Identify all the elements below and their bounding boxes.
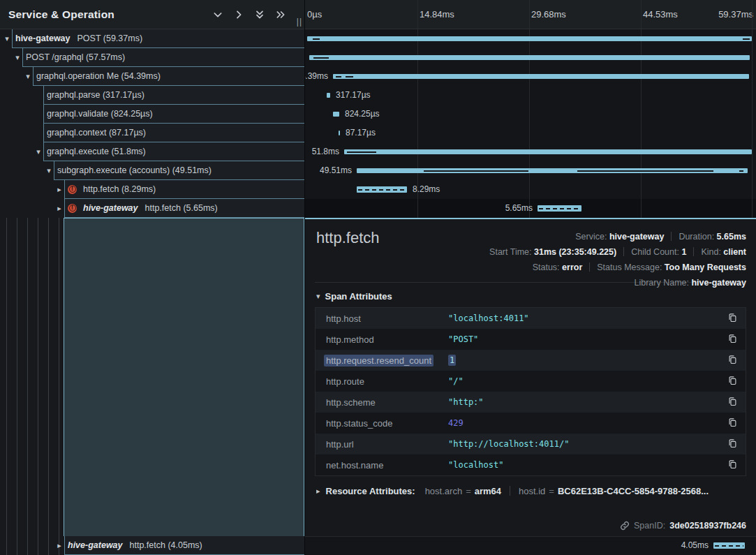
timeline-bottom-row: 4.05ms: [305, 536, 756, 555]
indent-guide: [6, 218, 7, 555]
span-duration-bar[interactable]: [333, 112, 339, 117]
chevron-down-icon[interactable]: ▾: [34, 147, 43, 156]
axis-tick-label: 29.68ms: [531, 9, 566, 20]
span-meta: Service: hive-gatewayDuration: 5.65msSta…: [489, 229, 746, 290]
selected-span-region[interactable]: [64, 218, 304, 536]
timeline-gridline: [417, 0, 418, 29]
equals-sign: =: [466, 486, 471, 496]
timeline-gridline: [529, 0, 530, 29]
span-duration-bar[interactable]: [307, 36, 752, 41]
timeline-row[interactable]: 51.8ms: [305, 142, 756, 161]
span-attributes-toggle[interactable]: ▾ Span Attributes: [316, 291, 756, 302]
service-name: hive-gateway: [15, 34, 71, 43]
child-span-mark: [313, 38, 320, 40]
timeline-row[interactable]: 4.05ms: [305, 536, 756, 555]
span-duration-bar[interactable]: [333, 74, 749, 79]
copy-icon[interactable]: [727, 438, 739, 450]
resource-attributes-row[interactable]: ▸ Resource Attributes: host.arch=arm64ho…: [316, 486, 745, 496]
attribute-row[interactable]: http.route"/": [316, 371, 746, 392]
attribute-value: "localhost": [448, 460, 727, 470]
span-duration-label: 49.51ms: [320, 165, 352, 175]
span-duration-bar[interactable]: [344, 149, 752, 154]
chevron-down-icon[interactable]: ▾: [24, 72, 32, 81]
tree-row[interactable]: ▾hive-gatewayPOST (59.37ms): [12, 29, 304, 48]
timeline-gridline: [641, 0, 642, 29]
attribute-value: "http://localhost:4011/": [448, 439, 727, 449]
collapse-one-icon[interactable]: [212, 9, 223, 20]
expand-one-icon[interactable]: [233, 9, 244, 20]
copy-icon[interactable]: [727, 397, 739, 408]
tree-row[interactable]: ▸hive-gatewayhttp.fetch (5.65ms): [64, 199, 304, 218]
expand-all-icon[interactable]: [275, 9, 286, 20]
chevron-down-icon[interactable]: ▾: [45, 166, 53, 175]
collapse-all-icon[interactable]: [254, 9, 265, 20]
span-duration-bar[interactable]: [538, 205, 581, 212]
meta-value: hive-gateway: [691, 278, 746, 288]
copy-icon[interactable]: [727, 313, 739, 324]
chevron-right-icon[interactable]: ▸: [55, 185, 64, 194]
timeline-row[interactable]: 54.39ms: [305, 67, 756, 86]
resource-key: host.id: [519, 486, 545, 496]
chevron-right-icon[interactable]: ▸: [55, 541, 64, 550]
meta-label: Child Count:: [631, 247, 681, 257]
tree-row[interactable]: graphql.validate (824.25µs): [43, 105, 304, 124]
copy-icon[interactable]: [727, 355, 739, 366]
child-span-mark: [577, 170, 713, 172]
span-duration-bar[interactable]: [357, 186, 407, 193]
timeline-gridline: [752, 199, 753, 218]
span-duration-bar[interactable]: [327, 93, 330, 98]
copy-icon[interactable]: [727, 376, 739, 387]
chevron-down-icon[interactable]: ▾: [13, 53, 22, 62]
span-duration-bar[interactable]: [309, 55, 750, 60]
copy-icon[interactable]: [727, 417, 739, 429]
timeline-row[interactable]: 317.17µs: [305, 86, 756, 105]
attribute-key: net.host.name: [324, 460, 448, 471]
attribute-row[interactable]: http.request.resend_count1: [316, 350, 746, 371]
tree-row[interactable]: ▸http.fetch (8.29ms): [64, 180, 304, 199]
tree-row[interactable]: graphql.parse (317.17µs): [43, 86, 304, 105]
tree-row[interactable]: ▸hive-gatewayhttp.fetch (4.05ms): [64, 536, 304, 555]
attribute-row[interactable]: http.method"POST": [316, 329, 746, 350]
timeline-row[interactable]: 8.29ms: [305, 180, 756, 199]
panel-resize-handle[interactable]: ||: [297, 17, 302, 27]
meta-label: Start Time:: [489, 247, 534, 257]
tree-row[interactable]: ▾subgraph.execute (accounts) (49.51ms): [54, 161, 304, 180]
attribute-row[interactable]: http.scheme"http:": [316, 392, 746, 413]
tree-row[interactable]: ▾graphql.operation Me (54.39ms): [33, 67, 304, 86]
attribute-key-text: http.route: [324, 376, 366, 387]
timeline-row[interactable]: 824.25µs: [305, 105, 756, 124]
meta-label: Library Name:: [635, 278, 692, 288]
copy-icon[interactable]: [727, 459, 739, 471]
span-duration-bar[interactable]: [339, 131, 340, 135]
span-label: http.fetch (4.05ms): [130, 540, 202, 550]
attribute-row[interactable]: http.host"localhost:4011": [316, 308, 746, 329]
service-name: hive-gateway: [68, 540, 123, 550]
span-duration-bar[interactable]: [713, 542, 745, 549]
copy-icon[interactable]: [727, 334, 739, 345]
attribute-value-text: 1: [448, 355, 456, 366]
timeline-row[interactable]: 87.17µs: [305, 124, 756, 142]
chevron-down-icon[interactable]: ▾: [3, 34, 11, 43]
indent-guide: [27, 218, 28, 555]
meta-value: client: [723, 247, 746, 257]
timeline-row[interactable]: 57.57ms: [305, 48, 756, 67]
meta-divider: [589, 262, 590, 272]
tree-row[interactable]: ▾graphql.execute (51.8ms): [43, 142, 304, 161]
timeline-row[interactable]: 5.65ms: [305, 199, 756, 218]
chevron-right-icon[interactable]: ▸: [55, 204, 64, 213]
tree-row[interactable]: graphql.context (87.17µs): [43, 124, 304, 142]
attribute-value-text: 429: [448, 418, 464, 428]
attribute-row[interactable]: http.url"http://localhost:4011/": [316, 434, 746, 454]
tree-row[interactable]: ▾POST /graphql (57.57ms): [22, 48, 304, 67]
timeline-rows: 59.37ms57.57ms54.39ms317.17µs824.25µs87.…: [305, 29, 756, 218]
meta-divider: [693, 247, 694, 256]
attribute-row[interactable]: net.host.name"localhost": [316, 454, 746, 475]
span-duration-label: 87.17µs: [346, 128, 376, 138]
timeline-row[interactable]: 59.37ms: [305, 29, 756, 48]
span-duration-label: 317.17µs: [336, 90, 371, 100]
resource-attributes-title: Resource Attributes:: [326, 486, 415, 496]
time-axis: 0µs14.84ms29.68ms44.53ms59.37ms: [305, 0, 756, 29]
timeline-row[interactable]: 49.51ms: [305, 161, 756, 180]
error-icon: [68, 204, 77, 213]
attribute-row[interactable]: http.status_code429: [316, 413, 746, 434]
